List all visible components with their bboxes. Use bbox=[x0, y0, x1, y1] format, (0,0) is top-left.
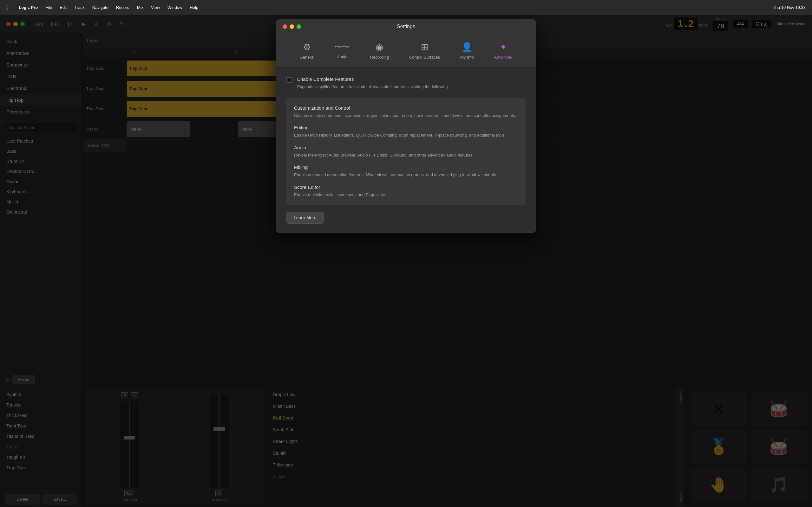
enable-features-desc: Expands simplified features to include a… bbox=[297, 83, 449, 90]
settings-fullscreen-button[interactable] bbox=[297, 24, 301, 29]
menu-track[interactable]: Track bbox=[74, 5, 85, 10]
general-icon: ⚙ bbox=[303, 42, 311, 52]
enable-features-checkbox[interactable] bbox=[287, 77, 292, 83]
settings-title: Settings bbox=[397, 24, 415, 30]
menu-navigate[interactable]: Navigate bbox=[92, 5, 108, 10]
enable-features-text: Enable Complete Features Expands simplif… bbox=[297, 76, 449, 90]
feature-score-editor: Score Editor Enable multiple tracks, sco… bbox=[294, 184, 518, 198]
menu-file[interactable]: File bbox=[45, 5, 52, 10]
tab-my-info-label: My Info bbox=[460, 55, 474, 60]
menu-view[interactable]: View bbox=[151, 5, 160, 10]
tab-recording[interactable]: ◉ Recording bbox=[366, 39, 393, 62]
apple-menu[interactable]:  bbox=[6, 4, 9, 11]
settings-close-button[interactable] bbox=[283, 24, 287, 29]
audio-icon: 〜〜 bbox=[335, 42, 350, 52]
advanced-icon: ✦ bbox=[500, 42, 507, 52]
feature-audio: Audio Reveal the Project Audio Browser, … bbox=[294, 145, 518, 158]
settings-minimize-button[interactable] bbox=[290, 24, 294, 29]
modal-overlay[interactable]: Settings ⚙ General 〜〜 Audio ◉ Recording … bbox=[0, 0, 812, 507]
feature-score-editor-desc: Enable multiple tracks, score sets, and … bbox=[294, 192, 518, 198]
my-info-icon: 👤 bbox=[461, 42, 473, 52]
feature-editing-title: Editing bbox=[294, 125, 518, 130]
settings-content: Enable Complete Features Expands simplif… bbox=[276, 67, 536, 233]
feature-editing-desc: Enable Undo History, List editors, Quick… bbox=[294, 132, 518, 138]
menu-mix[interactable]: Mix bbox=[137, 5, 143, 10]
feature-editing: Editing Enable Undo History, List editor… bbox=[294, 125, 518, 138]
feature-audio-title: Audio bbox=[294, 145, 518, 150]
control-surfaces-icon: ⊞ bbox=[421, 42, 428, 52]
settings-tabs: ⚙ General 〜〜 Audio ◉ Recording ⊞ Control… bbox=[276, 34, 536, 67]
enable-features-row: Enable Complete Features Expands simplif… bbox=[287, 76, 525, 90]
enable-checkbox-container bbox=[287, 77, 292, 83]
features-box: Customization and Control Customize key … bbox=[287, 98, 525, 206]
menu-bar-right: Thu 10 Nov 19:23 bbox=[773, 5, 806, 10]
feature-mixing: Mixing Enable advanced automation featur… bbox=[294, 164, 518, 178]
feature-customization-desc: Customize key commands, screensets, regi… bbox=[294, 112, 518, 119]
tab-audio-label: Audio bbox=[337, 55, 347, 59]
tab-general-label: General bbox=[300, 55, 314, 60]
feature-score-editor-title: Score Editor bbox=[294, 184, 518, 190]
menu-help[interactable]: Help bbox=[190, 5, 198, 10]
menu-record[interactable]: Record bbox=[116, 5, 130, 10]
feature-audio-desc: Reveal the Project Audio Browser, Audio … bbox=[294, 152, 518, 158]
tab-control-surfaces-label: Control Surfaces bbox=[409, 55, 440, 60]
settings-traffic-lights bbox=[283, 24, 301, 29]
feature-mixing-title: Mixing bbox=[294, 164, 518, 170]
feature-customization: Customization and Control Customize key … bbox=[294, 105, 518, 119]
menu-bar:  Logic Pro File Edit Track Navigate Rec… bbox=[0, 0, 812, 15]
feature-mixing-desc: Enable advanced automation features, Mix… bbox=[294, 172, 518, 178]
menu-window[interactable]: Window bbox=[167, 5, 182, 10]
tab-audio[interactable]: 〜〜 Audio bbox=[331, 39, 354, 62]
menu-edit[interactable]: Edit bbox=[60, 5, 67, 10]
settings-titlebar: Settings bbox=[276, 19, 536, 34]
tab-advanced[interactable]: ✦ Advanced bbox=[490, 39, 516, 62]
learn-more-button[interactable]: Learn More bbox=[287, 212, 324, 224]
tab-general[interactable]: ⚙ General bbox=[296, 39, 318, 62]
tab-advanced-label: Advanced bbox=[494, 55, 513, 60]
tab-control-surfaces[interactable]: ⊞ Control Surfaces bbox=[405, 39, 444, 62]
enable-features-title: Enable Complete Features bbox=[297, 76, 449, 82]
settings-window: Settings ⚙ General 〜〜 Audio ◉ Recording … bbox=[276, 19, 536, 233]
tab-recording-label: Recording bbox=[370, 55, 389, 60]
menu-clock: Thu 10 Nov 19:23 bbox=[773, 5, 806, 10]
feature-customization-title: Customization and Control bbox=[294, 105, 518, 111]
recording-icon: ◉ bbox=[375, 42, 383, 52]
app-name[interactable]: Logic Pro bbox=[19, 5, 38, 10]
tab-my-info[interactable]: 👤 My Info bbox=[456, 39, 478, 62]
